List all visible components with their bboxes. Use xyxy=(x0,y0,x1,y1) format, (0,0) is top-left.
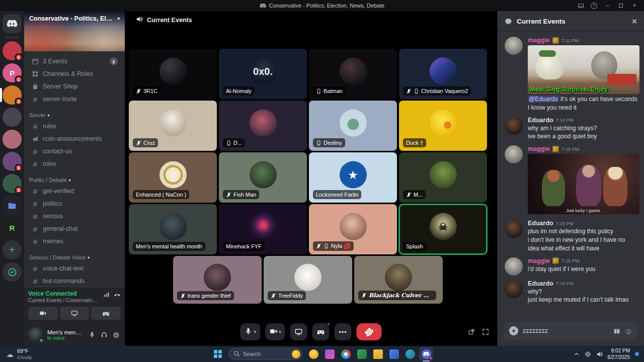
channel-politics[interactable]: #politics xyxy=(28,198,121,210)
server-r[interactable]: R xyxy=(0,218,24,237)
channel-general-chat[interactable]: #general-chat xyxy=(28,223,121,235)
server-4[interactable] xyxy=(0,108,24,127)
add-server[interactable]: + xyxy=(0,240,24,259)
message-author[interactable]: Eduardo xyxy=(528,117,553,124)
notification-dot[interactable] xyxy=(635,352,639,356)
photos-app[interactable] xyxy=(323,347,337,361)
participant-tile[interactable]: 3R1C xyxy=(129,49,217,99)
start-button[interactable] xyxy=(211,347,225,361)
participant-tile[interactable]: trans gender thief xyxy=(173,256,262,304)
participant-tile[interactable]: Minehack FYF xyxy=(219,204,307,254)
duck-app[interactable] xyxy=(306,347,320,361)
participant-tile[interactable]: Fish Man xyxy=(219,152,307,203)
disconnect-button[interactable]: ☎ xyxy=(357,323,382,340)
participant-tile[interactable]: ★Locksneed Fartin xyxy=(309,152,397,203)
participant-tile[interactable]: Destiny xyxy=(309,101,397,151)
popout-icon[interactable] xyxy=(468,328,475,337)
channel-bot-commands[interactable]: #bot-commands xyxy=(28,275,121,287)
server-7[interactable]: 1 xyxy=(0,174,24,193)
taskbar-clock[interactable]: 8:02 PM 6/27/2025 xyxy=(608,347,630,360)
teal-app[interactable] xyxy=(403,347,417,361)
server-6[interactable]: 1 xyxy=(0,152,24,171)
channel-rcon-announcements[interactable]: rcon-announcements xyxy=(28,133,121,145)
message-avatar[interactable] xyxy=(505,280,523,298)
disconnect-call-icon[interactable] xyxy=(114,291,121,300)
camera-button[interactable] xyxy=(28,307,58,320)
mic-toggle-button[interactable]: ▾ xyxy=(240,323,260,340)
server-folder[interactable] xyxy=(0,196,24,215)
green-app[interactable] xyxy=(355,347,369,361)
message-avatar[interactable] xyxy=(505,37,523,55)
chevron-down-icon[interactable]: ▾ xyxy=(254,329,256,334)
participant-tile[interactable]: M... xyxy=(399,152,487,203)
blue-app[interactable] xyxy=(387,347,401,361)
message-avatar[interactable] xyxy=(505,257,523,276)
participant-tile[interactable]: Blackjack Culver Bollaire™ xyxy=(354,256,443,304)
chevron-down-icon[interactable]: ▾ xyxy=(279,329,281,334)
channel-get-verified[interactable]: #get-verified xyxy=(28,185,121,197)
activities-button[interactable] xyxy=(91,307,121,320)
participant-tile[interactable]: Men's mental health month xyxy=(129,204,217,254)
discord-app[interactable] xyxy=(419,347,433,361)
server-header[interactable]: Conservative - Politics, Electi... ▾ xyxy=(24,11,125,26)
message-author[interactable]: maggie xyxy=(528,37,550,44)
message-avatar[interactable] xyxy=(505,145,523,163)
camera-toggle-button[interactable]: ▾ xyxy=(265,323,285,340)
emoji-icon[interactable]: ☺ xyxy=(625,327,632,335)
close-chat-icon[interactable]: × xyxy=(632,17,637,26)
participant-tile[interactable]: 0x0.Al-Nomaly xyxy=(219,49,307,99)
help-icon[interactable]: ? xyxy=(591,3,597,9)
chrome-app[interactable] xyxy=(339,347,353,361)
inbox-icon[interactable] xyxy=(577,2,584,9)
screen-share-button[interactable] xyxy=(290,323,307,340)
category-public-debate[interactable]: Public / Debate▾ xyxy=(28,175,121,185)
gift-icon[interactable] xyxy=(613,327,620,334)
message-avatar[interactable] xyxy=(505,220,523,238)
discord-home[interactable] xyxy=(0,14,24,33)
deafen-button[interactable] xyxy=(99,328,110,341)
channel-server-invite[interactable]: #server-invite xyxy=(28,93,121,105)
participant-tile[interactable]: Christian Vaquero2 xyxy=(399,49,487,99)
participant-tile[interactable]: TreeFiddy xyxy=(264,256,352,304)
activities-button[interactable] xyxy=(312,323,330,340)
user-info[interactable]: Men's mental health month In voice xyxy=(47,329,83,341)
channel-contact-us[interactable]: #contact-us xyxy=(28,145,121,157)
minimize-button[interactable]: – xyxy=(604,2,611,9)
user-mention[interactable]: @Eduardo xyxy=(528,96,559,103)
message-author[interactable]: maggie xyxy=(528,145,550,152)
channel-3-events[interactable]: 3 Events2 xyxy=(28,55,121,67)
server-conservative[interactable]: 2 xyxy=(0,85,24,105)
participant-tile[interactable]: Batman xyxy=(309,49,397,99)
fullscreen-icon[interactable] xyxy=(482,328,489,337)
weather-widget[interactable]: ☁ 69°F Cloudy xyxy=(0,346,38,362)
tray-chevron-up-icon[interactable] xyxy=(574,351,580,357)
server-2[interactable]: P1 xyxy=(0,63,24,82)
channel-voice-chat-text[interactable]: #voice-chat-text xyxy=(28,262,121,275)
maximize-button[interactable] xyxy=(617,2,624,9)
message-image[interactable]: Meat Slog Surprise. Enjoy! xyxy=(528,45,639,94)
screen-share-button[interactable] xyxy=(60,307,90,320)
message-image[interactable]: Just lucky I guess. xyxy=(528,154,639,214)
message-author[interactable]: Eduardo xyxy=(528,280,553,287)
file-explorer-app[interactable] xyxy=(371,347,385,361)
category-server[interactable]: Server▾ xyxy=(28,110,121,120)
category-serious-debate-voice[interactable]: Serious / Debate Voice▾ xyxy=(28,252,121,262)
voice-channel-location[interactable]: Current Events / Conservative - Politics… xyxy=(28,298,99,303)
explore-servers[interactable] xyxy=(0,262,24,282)
participant-tile[interactable]: Cruz xyxy=(129,101,217,151)
participant-tile[interactable]: ☠Splash xyxy=(399,204,487,254)
network-icon[interactable] xyxy=(585,351,591,357)
close-button[interactable]: × xyxy=(631,2,638,9)
mute-mic-button[interactable] xyxy=(87,328,98,341)
server-5[interactable] xyxy=(0,130,24,149)
participant-tile[interactable]: Enhanced ( NaCon ) xyxy=(129,152,217,203)
channel-channels-roles[interactable]: Channels & Roles xyxy=(28,68,121,80)
participant-tile[interactable]: D... xyxy=(219,101,307,151)
message-avatar[interactable] xyxy=(505,117,523,135)
attach-plus-icon[interactable]: + xyxy=(509,326,518,335)
participant-tile[interactable]: Nyla 💋 xyxy=(309,204,397,254)
settings-gear-icon[interactable]: ⚙ xyxy=(111,328,122,341)
channel-server-shop[interactable]: Server Shop xyxy=(28,80,121,93)
participant-tile[interactable]: Duck † xyxy=(399,101,487,151)
channel-rules[interactable]: #rules xyxy=(28,120,121,132)
